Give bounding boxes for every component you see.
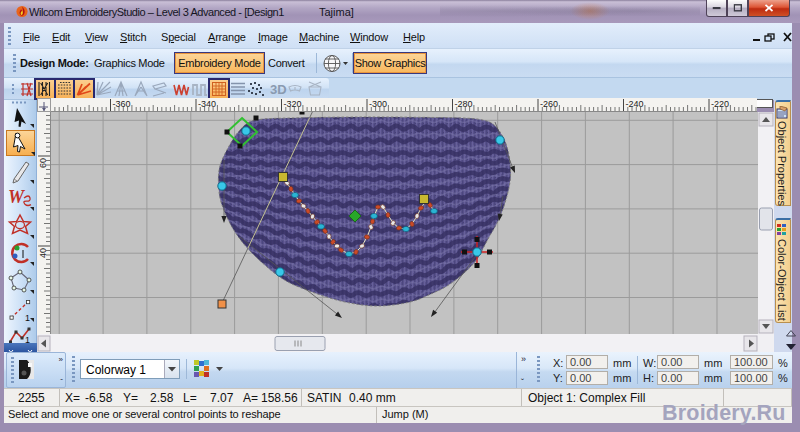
svg-text:40: 40 xyxy=(38,248,48,258)
svg-text:W: W xyxy=(8,187,26,207)
svg-text:1: 1 xyxy=(25,335,30,343)
svg-text:60: 60 xyxy=(38,158,48,168)
svg-text:1: 1 xyxy=(25,313,30,323)
svg-text:3D: 3D xyxy=(270,82,287,97)
